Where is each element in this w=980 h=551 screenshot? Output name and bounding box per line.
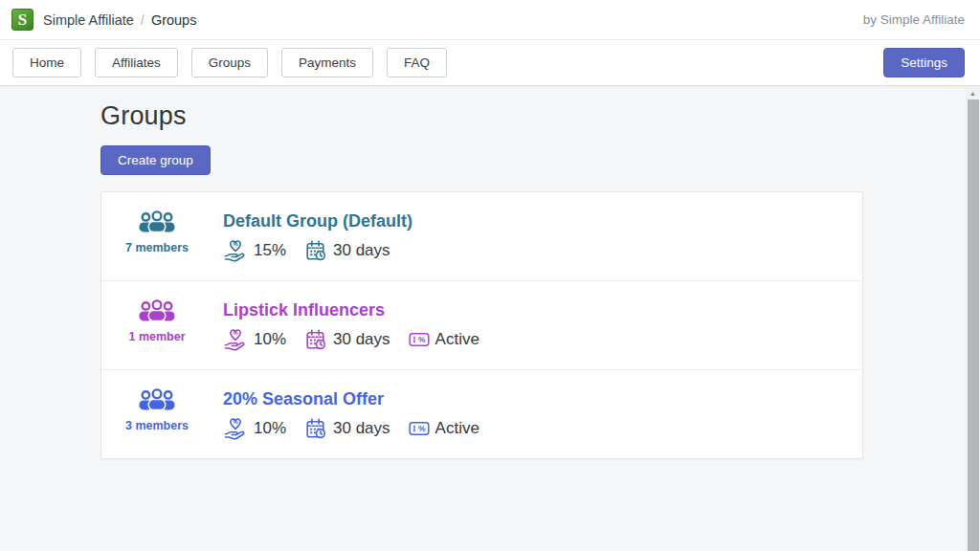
scroll-up-arrow[interactable]: ▲ xyxy=(966,86,980,99)
byline: by Simple Affiliate xyxy=(863,12,965,27)
cookie-duration-icon xyxy=(304,328,327,351)
cookie-duration-value: 30 days xyxy=(333,419,390,438)
main-content: Groups Create group 7 members Default Gr… xyxy=(0,86,980,459)
settings-button[interactable]: Settings xyxy=(883,48,965,77)
cookie-duration-icon xyxy=(304,239,327,262)
breadcrumb-separator: / xyxy=(141,12,145,28)
scrollbar-thumb[interactable] xyxy=(968,99,979,551)
cookie-duration-value: 30 days xyxy=(333,241,390,260)
app-logo: S xyxy=(11,9,33,31)
group-members-icon xyxy=(139,210,175,233)
group-members-icon xyxy=(139,299,175,322)
group-name-link[interactable]: 20% Seasonal Offer xyxy=(223,388,384,409)
brand-name: Simple Affiliate xyxy=(43,12,134,28)
commission-icon xyxy=(223,238,248,263)
create-group-button[interactable]: Create group xyxy=(100,145,211,175)
cookie-duration-icon xyxy=(304,417,327,440)
commission-icon xyxy=(223,416,248,441)
coupon-icon xyxy=(409,421,430,436)
nav-payments-button[interactable]: Payments xyxy=(281,48,373,77)
breadcrumb-current: Groups xyxy=(151,12,197,28)
cookie-duration-value: 30 days xyxy=(333,330,390,349)
nav-home-button[interactable]: Home xyxy=(12,48,81,77)
commission-icon xyxy=(223,327,248,352)
nav-affiliates-button[interactable]: Affiliates xyxy=(95,48,178,77)
nav-faq-button[interactable]: FAQ xyxy=(387,48,447,77)
commission-value: 10% xyxy=(254,330,286,349)
nav-bar: Home Affiliates Groups Payments FAQ Sett… xyxy=(0,40,980,86)
member-count: 7 members xyxy=(113,241,201,254)
group-row: 3 members 20% Seasonal Offer 10% xyxy=(101,369,862,458)
commission-value: 10% xyxy=(254,419,286,438)
coupon-icon xyxy=(409,332,430,347)
group-name-link[interactable]: Lipstick Influencers xyxy=(223,299,385,320)
group-name-link[interactable]: Default Group (Default) xyxy=(223,210,412,231)
top-header: S Simple Affiliate / Groups by Simple Af… xyxy=(0,0,980,40)
coupon-status-value: Active xyxy=(435,419,479,438)
page-title: Groups xyxy=(100,101,980,131)
coupon-status-value: Active xyxy=(435,330,479,349)
commission-value: 15% xyxy=(254,241,286,260)
member-count: 3 members xyxy=(113,419,201,432)
group-row: 7 members Default Group (Default) 15% xyxy=(101,192,862,280)
group-row: 1 member Lipstick Influencers 10% xyxy=(101,280,862,369)
vertical-scrollbar[interactable]: ▲ xyxy=(966,86,980,551)
groups-list-card: 7 members Default Group (Default) 15% xyxy=(100,191,863,459)
group-members-icon xyxy=(139,388,175,411)
nav-groups-button[interactable]: Groups xyxy=(191,48,268,77)
member-count: 1 member xyxy=(113,330,201,343)
